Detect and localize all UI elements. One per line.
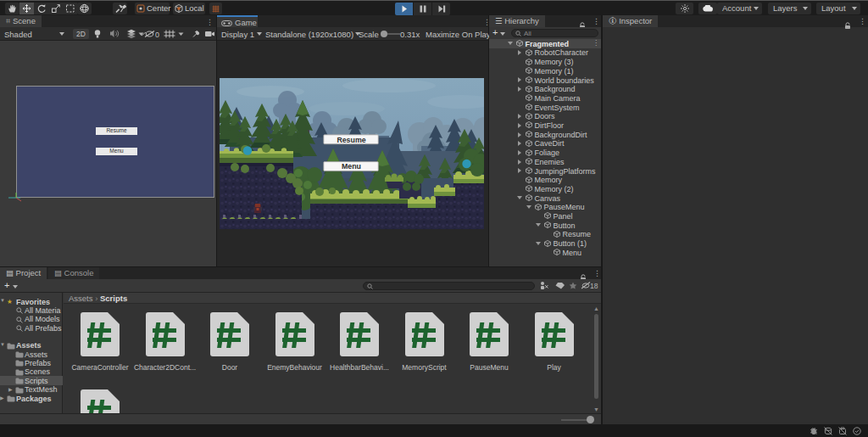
svg-text:Resume: Resume xyxy=(337,136,365,144)
svg-text:18: 18 xyxy=(590,282,598,290)
svg-text:Menu: Menu xyxy=(342,162,361,171)
svg-text:0: 0 xyxy=(155,30,159,38)
